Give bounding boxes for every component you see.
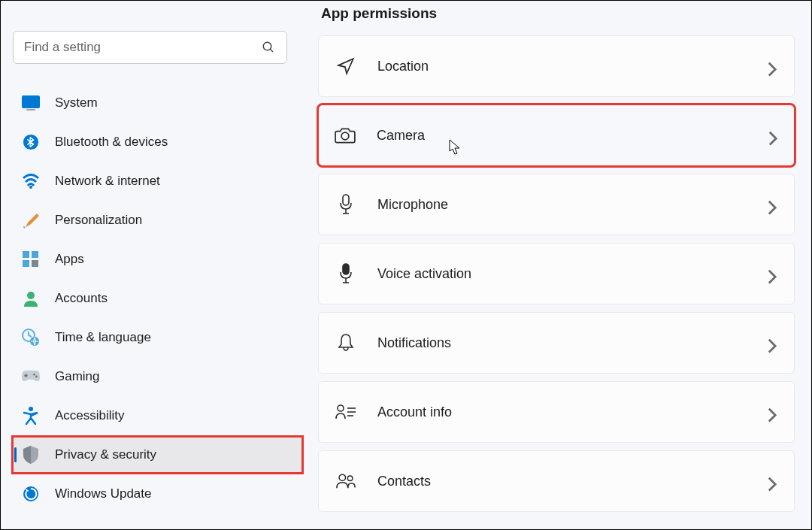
svg-rect-18: [343, 195, 349, 205]
update-icon: [22, 485, 40, 503]
search-input[interactable]: [13, 31, 287, 64]
camera-icon: [335, 125, 356, 146]
sidebar-item-personalization[interactable]: Personalization: [13, 202, 302, 238]
sidebar-item-label: Privacy & security: [55, 447, 156, 462]
svg-rect-9: [32, 260, 38, 267]
sidebar-nav: System Bluetooth & devices Network & int…: [13, 85, 301, 512]
system-icon: [22, 94, 40, 112]
svg-point-5: [29, 186, 32, 189]
chevron-right-icon: [767, 407, 777, 417]
sidebar-item-accounts[interactable]: Accounts: [13, 280, 302, 316]
sidebar-item-label: Gaming: [55, 369, 100, 384]
permission-label: Contacts: [377, 474, 431, 489]
search-container: [13, 31, 287, 64]
permission-label: Voice activation: [377, 266, 471, 282]
svg-rect-2: [22, 95, 40, 108]
section-title: App permissions: [321, 5, 795, 22]
chevron-right-icon: [767, 268, 777, 279]
sidebar-item-label: Network & internet: [55, 174, 160, 189]
permission-label: Account info: [377, 404, 452, 420]
search-icon: [262, 41, 275, 54]
svg-point-0: [263, 42, 271, 50]
wifi-icon: [22, 172, 40, 190]
sidebar-item-apps[interactable]: Apps: [13, 241, 302, 277]
permission-item-location[interactable]: Location: [318, 35, 795, 97]
bluetooth-icon: [22, 133, 40, 151]
permission-item-voice-activation[interactable]: Voice activation: [318, 243, 795, 304]
shield-icon: [22, 446, 40, 464]
chevron-right-icon: [767, 338, 777, 348]
permission-label: Camera: [377, 128, 425, 144]
permission-label: Microphone: [377, 197, 448, 213]
accounts-icon: [22, 289, 40, 307]
account-info-icon: [335, 401, 356, 422]
svg-rect-7: [32, 251, 38, 258]
accessibility-icon: [22, 407, 40, 425]
clock-globe-icon: [22, 329, 40, 347]
sidebar-item-bluetooth[interactable]: Bluetooth & devices: [13, 124, 302, 160]
voice-activation-icon: [335, 263, 356, 284]
permissions-list: Location Camera Microphone Voice activat…: [318, 35, 795, 512]
chevron-right-icon: [767, 61, 777, 71]
svg-point-15: [29, 407, 33, 411]
sidebar-item-network[interactable]: Network & internet: [13, 163, 302, 199]
permission-item-camera[interactable]: Camera: [318, 104, 795, 166]
sidebar: System Bluetooth & devices Network & int…: [1, 1, 301, 529]
svg-point-14: [35, 376, 38, 378]
permission-item-account-info[interactable]: Account info: [318, 381, 795, 443]
sidebar-item-label: Accessibility: [55, 408, 125, 423]
svg-line-1: [270, 49, 273, 52]
svg-point-13: [33, 374, 35, 376]
svg-rect-3: [26, 109, 35, 111]
sidebar-item-label: Windows Update: [55, 486, 152, 501]
svg-point-17: [341, 132, 349, 140]
sidebar-item-label: Apps: [55, 252, 84, 267]
sidebar-item-label: Accounts: [55, 291, 108, 306]
location-icon: [335, 56, 356, 77]
svg-point-28: [339, 474, 345, 480]
svg-point-10: [27, 292, 35, 299]
contacts-icon: [335, 471, 356, 492]
svg-rect-8: [23, 260, 29, 267]
main-content: App permissions Location Camera Micropho…: [301, 1, 811, 530]
sidebar-item-label: Bluetooth & devices: [55, 135, 168, 150]
microphone-icon: [335, 194, 356, 215]
sidebar-item-privacy-security[interactable]: Privacy & security: [13, 437, 302, 473]
sidebar-item-time-language[interactable]: Time & language: [13, 320, 302, 356]
sidebar-item-system[interactable]: System: [13, 85, 302, 121]
svg-point-29: [347, 476, 353, 481]
permission-label: Location: [377, 59, 429, 74]
permission-item-microphone[interactable]: Microphone: [318, 174, 795, 235]
gaming-icon: [22, 368, 40, 386]
chevron-right-icon: [767, 199, 777, 210]
chevron-right-icon: [767, 476, 777, 486]
svg-point-24: [338, 405, 344, 411]
sidebar-item-gaming[interactable]: Gaming: [13, 359, 302, 395]
sidebar-item-windows-update[interactable]: Windows Update: [13, 476, 302, 512]
svg-rect-21: [343, 264, 349, 274]
svg-rect-6: [23, 251, 29, 258]
permission-item-notifications[interactable]: Notifications: [318, 312, 795, 374]
chevron-right-icon: [768, 130, 778, 141]
sidebar-item-accessibility[interactable]: Accessibility: [13, 398, 302, 434]
paintbrush-icon: [22, 211, 40, 229]
sidebar-item-label: Personalization: [55, 213, 142, 228]
sidebar-item-label: System: [55, 95, 98, 111]
bell-icon: [335, 332, 356, 353]
sidebar-item-label: Time & language: [55, 330, 151, 345]
permission-label: Notifications: [377, 335, 451, 351]
permission-item-contacts[interactable]: Contacts: [318, 450, 795, 512]
apps-icon: [22, 250, 40, 268]
